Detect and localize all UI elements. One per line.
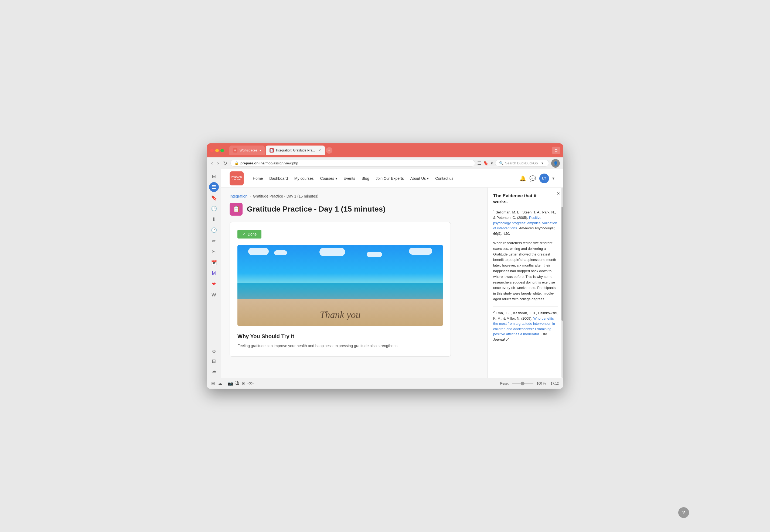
done-button[interactable]: ✓ Done — [238, 230, 262, 239]
nav-join-experts[interactable]: Join Our Experts — [373, 175, 406, 182]
profile-icon[interactable]: 👤 — [551, 159, 560, 168]
courses-dropdown-icon: ▾ — [335, 176, 337, 181]
zoom-control — [512, 383, 533, 384]
active-tab[interactable]: 📄 Integration: Gratitude Pra... ✕ — [266, 146, 325, 155]
cloud-4 — [367, 252, 382, 257]
section-title: Why You Should Try It — [238, 333, 443, 340]
nav-blog[interactable]: Blog — [359, 175, 372, 182]
nav-events[interactable]: Events — [341, 175, 358, 182]
nav-links: Home Dashboard My courses Courses ▾ Even… — [250, 175, 519, 182]
ref1-superscript: 1 — [493, 210, 495, 213]
user-dropdown-icon[interactable]: ▾ — [552, 176, 554, 181]
zoom-thumb[interactable] — [521, 382, 524, 385]
url-display: prepare.online/mod/assign/view.php — [241, 161, 298, 165]
minimize-window-button[interactable] — [215, 149, 219, 152]
sidebar-vivaldi-icon[interactable]: ❤ — [209, 279, 219, 289]
forward-button[interactable]: › — [216, 159, 220, 167]
camera-icon[interactable]: 📷 — [228, 381, 233, 386]
page-content: PREPARE ONLINE Home Dashboard My courses… — [221, 169, 563, 378]
status-right: Reset 100 % 17:12 — [500, 382, 559, 385]
browser-sidebar: ⊟ ☰ 🔖 🕐 ⬇ 🕐 ✏ ✂ 📅 M ❤ W ⚙ ⊟ ☁ — [207, 169, 221, 378]
panel-close-button[interactable]: × — [557, 191, 560, 196]
new-tab-button[interactable]: + — [326, 147, 332, 154]
sidebar-bookmarks-icon[interactable]: 🔖 — [209, 193, 219, 203]
search-bar[interactable]: 🔍 Search DuckDuckGo ▾ — [495, 160, 549, 167]
cloud-5 — [409, 248, 432, 255]
zoom-slider[interactable] — [512, 383, 533, 384]
sidebar-tabs-icon[interactable]: ⊟ — [209, 356, 219, 366]
tab-bar: ⊞ Workspaces ▾ 📄 Integration: Gratitude … — [229, 146, 550, 155]
sidebar-download-icon[interactable]: ⬇ — [209, 215, 219, 224]
image-icon[interactable]: 🖼 — [235, 381, 240, 386]
ref1-authors: Seligman, M. E., Steen, T. A., Park, N.,… — [493, 210, 556, 220]
workspaces-dropdown-icon[interactable]: ▾ — [260, 149, 261, 152]
logo-text: PREPARE ONLINE — [232, 176, 242, 181]
nav-about-us[interactable]: About Us ▾ — [408, 175, 432, 182]
window-icon[interactable]: ⊡ — [242, 381, 245, 386]
tab-strip-icon[interactable]: ⊟ — [211, 381, 215, 386]
sidebar-settings-icon[interactable]: ⚙ — [209, 347, 219, 356]
cloud-3 — [319, 248, 345, 256]
panel-scrollbar-thumb[interactable] — [561, 207, 563, 321]
content-card: ✓ Done — [230, 222, 451, 357]
window-control-icon[interactable]: ⊡ — [552, 147, 560, 154]
security-icon: 🔒 — [235, 161, 239, 165]
thank-you-inscription: Thank you — [320, 309, 361, 320]
done-label: Done — [248, 232, 257, 236]
bookmark-dropdown-icon[interactable]: ▾ — [491, 161, 493, 166]
nav-home[interactable]: Home — [250, 175, 266, 182]
active-tab-label: Integration: Gratitude Pra... — [276, 148, 315, 152]
site-navigation: PREPARE ONLINE Home Dashboard My courses… — [221, 169, 563, 188]
assignment-icon: 📋 — [230, 203, 243, 216]
bookmark-icon[interactable]: 🔖 — [483, 161, 489, 166]
clock: 17:12 — [551, 382, 559, 385]
notifications-button[interactable]: 🔔 — [519, 175, 526, 182]
bookmarks-icon[interactable]: ☰ — [477, 161, 481, 166]
page-title: Gratitude Practice - Day 1 (15 minutes) — [247, 205, 386, 213]
title-bar: ⊞ Workspaces ▾ 📄 Integration: Gratitude … — [207, 143, 563, 157]
status-bar: ⊟ ☁ 📷 🖼 ⊡ </> Reset 100 % 17:12 — [207, 378, 563, 389]
sidebar-clock-icon[interactable]: 🕐 — [209, 225, 219, 235]
site-logo[interactable]: PREPARE ONLINE — [230, 171, 244, 185]
zoom-level: 100 % — [536, 382, 547, 385]
search-dropdown-icon[interactable]: ▾ — [541, 161, 543, 165]
sidebar-calendar-icon[interactable]: 📅 — [209, 258, 219, 267]
right-panel: × The Evidence that it works. 1 Seligman… — [487, 188, 563, 378]
status-cloud-icon[interactable]: ☁ — [218, 381, 222, 386]
search-icon: 🔍 — [499, 161, 503, 165]
nav-contact-us[interactable]: Contact us — [432, 175, 456, 182]
sidebar-sync-icon[interactable]: ☁ — [209, 366, 219, 376]
sidebar-mastodon-icon[interactable]: M — [209, 268, 219, 278]
tab-close-icon[interactable]: ✕ — [318, 148, 321, 152]
done-checkmark-icon: ✓ — [242, 232, 246, 236]
sidebar-history-icon[interactable]: 🕐 — [209, 204, 219, 213]
breadcrumb-parent-link[interactable]: Integration — [230, 194, 248, 198]
beach-image: Thank you — [238, 245, 443, 326]
workspaces-icon: ⊞ — [233, 148, 238, 153]
ref2-superscript: 2 — [493, 310, 495, 313]
close-window-button[interactable] — [210, 149, 214, 152]
maximize-window-button[interactable] — [221, 149, 224, 152]
nav-courses[interactable]: Courses ▾ — [317, 175, 340, 182]
nav-dashboard[interactable]: Dashboard — [267, 175, 291, 182]
sky-clouds — [238, 248, 443, 257]
reload-button[interactable]: ↻ — [222, 159, 228, 167]
sidebar-wikipedia-icon[interactable]: W — [209, 290, 219, 300]
reset-label[interactable]: Reset — [500, 382, 508, 385]
address-bar-icons: ☰ 🔖 ▾ — [477, 161, 493, 166]
about-dropdown-icon: ▾ — [427, 176, 429, 181]
main-content: Integration › Gratitude Practice - Day 1… — [221, 188, 487, 378]
sidebar-edit-icon[interactable]: ✏ — [209, 236, 219, 246]
workspaces-tab[interactable]: ⊞ Workspaces ▾ — [229, 146, 265, 155]
user-avatar[interactable]: LT — [539, 174, 549, 183]
nav-my-courses[interactable]: My courses — [292, 175, 317, 182]
sidebar-panels-icon[interactable]: ⊟ — [209, 171, 219, 181]
code-icon[interactable]: </> — [248, 381, 254, 386]
sidebar-active-panel-icon[interactable]: ☰ — [209, 182, 219, 192]
url-bar[interactable]: 🔒 prepare.online/mod/assign/view.php — [231, 160, 475, 167]
sidebar-capture-icon[interactable]: ✂ — [209, 247, 219, 257]
address-bar: ‹ › ↻ 🔒 prepare.online/mod/assign/view.p… — [207, 157, 563, 169]
cloud-2 — [274, 250, 287, 255]
messages-button[interactable]: 💬 — [529, 175, 536, 182]
back-button[interactable]: ‹ — [210, 159, 214, 167]
